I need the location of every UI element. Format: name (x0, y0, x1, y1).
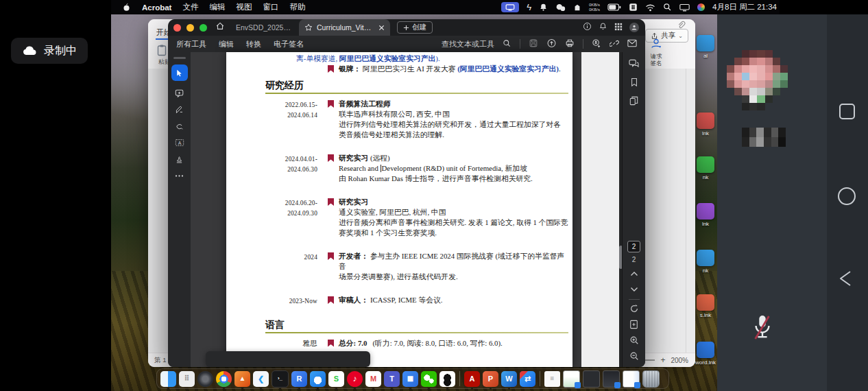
dock-vscode[interactable]: ❮ (253, 371, 269, 387)
desktop-shortcut-s.lnk[interactable]: s.lnk (695, 294, 716, 318)
acrobat-toolbar-转换[interactable]: 转换 (246, 39, 261, 49)
fit-page-icon[interactable] (629, 320, 638, 332)
desktop-shortcut-nk[interactable]: nk (695, 156, 716, 180)
back-button[interactable] (836, 269, 854, 291)
screen-share-status-icon[interactable] (501, 2, 519, 12)
draw-lasso-tool[interactable] (171, 118, 188, 134)
rotate-page-icon[interactable] (629, 304, 639, 316)
stamp-tool[interactable] (171, 151, 188, 167)
battery-status-icon[interactable] (607, 3, 621, 11)
dock-camera-lens-app[interactable] (197, 371, 213, 387)
select-text-tool[interactable]: A (171, 134, 188, 151)
save-icon[interactable] (529, 38, 538, 49)
display-mirroring-icon[interactable] (679, 3, 690, 12)
floating-toolbar[interactable] (206, 351, 370, 367)
dock-word[interactable]: W (501, 371, 517, 387)
print-icon[interactable] (565, 38, 575, 49)
dock-chrome[interactable] (216, 371, 232, 387)
dock-terminal[interactable]: ›_ (272, 370, 289, 388)
color-profile-icon[interactable] (697, 3, 705, 11)
dock-blue-grid-app[interactable]: ▦ (402, 371, 418, 387)
zoom-in-icon[interactable] (629, 335, 639, 348)
wechat-status-icon[interactable] (555, 3, 566, 12)
close-tab-icon[interactable] (378, 25, 385, 31)
notifications-bell-icon[interactable] (599, 21, 607, 34)
user-avatar[interactable] (629, 23, 639, 32)
highlight-pen-tool[interactable] (171, 102, 188, 118)
dock-remote-r-app[interactable]: R (291, 371, 307, 387)
spotlight-search-icon[interactable] (663, 3, 672, 12)
bell-status-icon[interactable] (539, 3, 548, 12)
dock-netease-music[interactable]: ♪ (347, 371, 363, 387)
menu-窗口[interactable]: 窗口 (263, 2, 278, 12)
dock-launchpad[interactable]: ⠿ (179, 371, 195, 387)
dock-window-thumbnail-4[interactable] (623, 370, 640, 388)
zoom-window-button[interactable] (200, 24, 207, 32)
recent-apps-button[interactable] (839, 104, 855, 119)
add-comment-tool[interactable] (171, 85, 188, 102)
zoom-in-control[interactable]: + (660, 355, 665, 365)
add-reviewer-icon[interactable] (592, 38, 601, 49)
microphone-muted-icon[interactable] (751, 312, 774, 345)
home-button[interactable] (838, 187, 856, 205)
dock-document-file[interactable]: ≡ (544, 371, 560, 387)
dock-window-thumbnail-3[interactable] (603, 370, 620, 388)
desktop-shortcut-al[interactable]: al (695, 35, 716, 59)
recording-indicator[interactable]: 录制中 (11, 38, 88, 64)
comments-panel-icon[interactable] (629, 59, 639, 71)
dock-blue-pet-app[interactable] (310, 371, 326, 387)
dock-powerpoint[interactable]: P (483, 371, 498, 387)
previous-page-chevron[interactable] (630, 267, 638, 279)
dock-window-thumbnail-1[interactable] (563, 370, 580, 388)
home-icon[interactable] (215, 21, 225, 34)
dark-app-status-icon[interactable] (573, 3, 581, 12)
dock-finder[interactable] (160, 371, 176, 387)
next-page-chevron[interactable] (630, 283, 638, 295)
menu-app-name[interactable]: Acrobat (142, 3, 171, 12)
minimize-window-button[interactable] (186, 24, 194, 32)
apple-menu-icon[interactable] (122, 2, 131, 12)
bookmarks-panel-icon[interactable] (630, 78, 638, 90)
paste-icon[interactable] (156, 44, 167, 59)
more-tools-ellipsis[interactable] (171, 167, 188, 184)
zoom-out-icon[interactable] (629, 351, 639, 364)
pdf-page[interactable]: 离-单模赛道, 阿里巴巴通义实验室实习产出).银牌： 阿里巴巴实习生 AI 开发… (226, 52, 572, 367)
dock-teams[interactable]: T (384, 371, 400, 387)
dock-todesk-remote[interactable]: ⇄ (520, 371, 535, 387)
desktop-shortcut-lnk[interactable]: lnk (695, 112, 716, 137)
select-tool[interactable] (171, 64, 188, 81)
desktop-shortcut-word.lnk[interactable]: word.lnk (695, 342, 716, 366)
dock-matlab[interactable]: ▲ (234, 371, 250, 387)
wifi-status-icon[interactable] (645, 3, 655, 12)
desktop-shortcut-nk[interactable]: nk (695, 250, 716, 274)
create-button[interactable]: 创建 (397, 21, 433, 34)
cloud-upload-icon[interactable] (546, 38, 557, 49)
dock-trash[interactable] (642, 370, 660, 388)
dock-green-s-app[interactable]: S (328, 371, 344, 387)
link-icon[interactable] (610, 38, 619, 49)
lightning-status-icon[interactable]: ϟ (527, 2, 531, 12)
email-icon[interactable] (627, 39, 637, 49)
dock-m-colorful-app[interactable]: M (365, 371, 381, 387)
desktop-shortcut-lnk[interactable]: lnk (695, 203, 716, 227)
current-page-input[interactable]: 2 (627, 241, 640, 252)
menu-帮助[interactable]: 帮助 (289, 2, 305, 12)
input-source-icon[interactable] (629, 3, 638, 12)
dock-qq[interactable] (439, 371, 455, 387)
tab-curriculum-vitae[interactable]: Curriculum_Vitae__Ch... (299, 19, 390, 36)
tab-envsdd-document[interactable]: EnvSDD_2025_Interspeech_fi... (230, 19, 299, 36)
search-icon[interactable] (503, 39, 511, 49)
apps-grid-icon[interactable] (614, 21, 623, 34)
acrobat-toolbar-编辑[interactable]: 编辑 (219, 39, 234, 49)
pages-panel-icon[interactable] (629, 96, 638, 108)
menu-视图[interactable]: 视图 (236, 2, 252, 12)
menu-datetime[interactable]: 4月8日 周二 21:34 (712, 2, 777, 12)
dock-window-thumbnail-2[interactable] (583, 370, 600, 388)
acrobat-toolbar-所有工具[interactable]: 所有工具 (176, 39, 206, 49)
search-tools-label[interactable]: 查找文本或工具 (442, 39, 494, 49)
info-icon[interactable] (583, 21, 592, 34)
acrobat-toolbar-电子签名[interactable]: 电子签名 (274, 39, 304, 49)
menu-文件[interactable]: 文件 (182, 2, 198, 12)
close-window-button[interactable] (173, 24, 181, 32)
dock-wechat[interactable] (421, 371, 437, 387)
